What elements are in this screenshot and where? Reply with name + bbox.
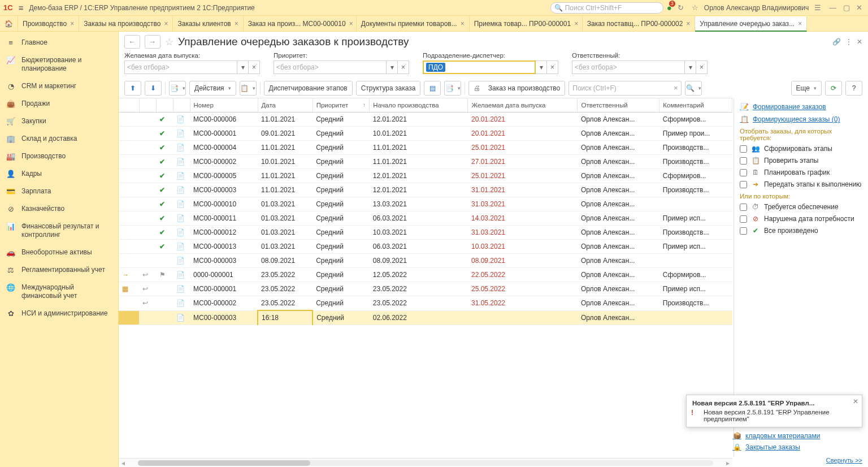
list-view-button[interactable]: ▤ (424, 81, 441, 96)
table-row[interactable]: ✔📄МС00-00000311.01.2021Средний12.01.2021… (119, 183, 732, 197)
sidebar-item-2[interactable]: ◔CRM и маркетинг (0, 77, 118, 95)
side-filter-item[interactable]: 🗓Планировать график (740, 168, 863, 176)
filter-due-date-input[interactable]: <без отбора> (124, 60, 237, 74)
sidebar-item-5[interactable]: 🏢Склад и доставка (0, 130, 118, 148)
side-filter-item[interactable]: ✔Все произведено (740, 227, 863, 235)
table-row[interactable]: ✔📄МС00-00000109.01.2021Средний10.01.2021… (119, 127, 732, 141)
filter-due-date-clear[interactable]: × (249, 60, 260, 74)
column-header-10[interactable]: Комментарий (659, 98, 732, 113)
user-menu-icon[interactable]: ☰ (812, 3, 823, 12)
filter-due-date-dropdown[interactable]: ▾ (237, 60, 249, 74)
sidebar-item-1[interactable]: 📈Бюджетирование и планирование (0, 51, 118, 77)
column-header-4[interactable]: Номер (190, 98, 258, 113)
table-row[interactable]: ✔📄МС00-00000411.01.2021Средний11.01.2021… (119, 141, 732, 155)
kebab-icon[interactable]: ⋮ (845, 38, 852, 46)
side-filter-checkbox[interactable] (740, 157, 747, 165)
find-button[interactable]: 🔍▾ (685, 81, 702, 96)
sidebar-item-3[interactable]: 👜Продажи (0, 95, 118, 113)
side-filter-checkbox[interactable] (740, 181, 747, 188)
side-filter-item[interactable]: 📋Проверить этапы (740, 157, 863, 165)
production-order-button[interactable]: 🖨 Заказ на производство (468, 81, 565, 96)
sidebar-item-7[interactable]: 👤Кадры (0, 165, 118, 183)
close-button[interactable]: ✕ (854, 3, 865, 12)
sidebar-item-11[interactable]: 🚗Внеоборотные активы (0, 244, 118, 261)
nav-forward-button[interactable]: → (145, 35, 160, 49)
favorites-icon[interactable]: ☆ (689, 3, 701, 12)
side-filter-checkbox[interactable] (740, 145, 747, 153)
tab-close-icon[interactable]: × (686, 20, 690, 28)
tab-close-icon[interactable]: × (349, 20, 353, 28)
side-filter-item[interactable]: ⏱Требуется обеспечение (740, 203, 863, 211)
bottom-link[interactable]: 📦кладовых материалами (732, 432, 863, 440)
global-search[interactable]: 🔍 Поиск Ctrl+Shift+F (550, 2, 663, 14)
bottom-link[interactable]: 🔒Закрытые заказы (732, 443, 863, 451)
tab-close-icon[interactable]: × (235, 20, 238, 28)
filter-priority-input[interactable]: <без отбора> (274, 60, 387, 74)
forming-orders-link[interactable]: 📋Формирующиеся заказы (0) (740, 115, 863, 123)
form-orders-link[interactable]: 📝Формирование заказов (740, 103, 863, 111)
minimize-button[interactable]: — (827, 3, 839, 12)
tab-close-icon[interactable]: × (461, 20, 465, 28)
table-row[interactable]: ✔📄МС00-00001001.03.2021Средний13.03.2021… (119, 197, 732, 211)
table-row[interactable]: ↩📄МС00-00000223.05.2022Средний23.05.2022… (119, 296, 732, 311)
column-header-7[interactable]: Начало производства (370, 98, 468, 113)
tab-5[interactable]: Приемка товар... ПР00-000001× (470, 16, 583, 31)
filter-department-input[interactable]: ПДО (423, 60, 536, 74)
tab-2[interactable]: Заказы клиентов× (173, 16, 243, 31)
tab-close-icon[interactable]: × (798, 20, 802, 28)
filter-responsible-input[interactable]: <без отбора> (572, 60, 685, 74)
column-header-3[interactable] (173, 98, 190, 113)
sidebar-item-14[interactable]: ✿НСИ и администрирование (0, 305, 118, 322)
notifications-icon[interactable]: ●3 (667, 3, 672, 12)
side-filter-item[interactable]: 👥Сформировать этапы (740, 145, 863, 153)
queue-button[interactable]: 📑▾ (169, 81, 186, 96)
table-row[interactable]: ✔📄МС00-00001201.03.2021Средний10.03.2021… (119, 226, 732, 240)
tab-6[interactable]: Заказ поставщ... ПР00-000002× (583, 16, 696, 31)
history-icon[interactable]: ↻ (675, 3, 686, 12)
filter-priority-dropdown[interactable]: ▾ (387, 60, 398, 74)
filter-responsible-dropdown[interactable]: ▾ (685, 60, 696, 74)
user-name[interactable]: Орлов Александр Владимирович (704, 4, 809, 12)
sidebar-item-9[interactable]: ⊘Казначейство (0, 200, 118, 218)
tab-7[interactable]: Управление очередью заказ...× (695, 16, 807, 32)
horizontal-scrollbar[interactable]: ◂▸ (119, 458, 732, 467)
table-row[interactable]: ✔📄МС00-00000511.01.2021Средний12.01.2021… (119, 169, 732, 183)
side-filter-checkbox[interactable] (740, 169, 747, 176)
table-row[interactable]: ✔📄МС00-00001301.03.2021Средний06.03.2021… (119, 240, 732, 254)
toolbar-search-clear[interactable]: × (674, 84, 678, 92)
filter-department-dropdown[interactable]: ▾ (536, 60, 547, 74)
favorite-star-icon[interactable]: ☆ (165, 36, 173, 48)
table-row[interactable]: →↩⚑📄0000-00000123.05.2022Средний12.05.20… (119, 268, 732, 282)
popup-close-icon[interactable]: ✕ (853, 397, 858, 405)
side-filter-checkbox[interactable] (740, 204, 747, 211)
filter-priority-clear[interactable]: × (398, 60, 409, 74)
sidebar-item-8[interactable]: 💳Зарплата (0, 183, 118, 200)
sidebar-item-6[interactable]: 🏭Производство (0, 148, 118, 165)
table-row[interactable]: ✔📄МС00-00000611.01.2021Средний12.01.2021… (119, 113, 732, 127)
copy-button[interactable]: 📑▾ (444, 81, 461, 96)
clipboard-button[interactable]: 📋▾ (240, 81, 257, 96)
hamburger-icon[interactable]: ≡ (16, 3, 26, 12)
table-row[interactable]: ✔📄МС00-00000210.01.2021Средний11.01.2021… (119, 155, 732, 169)
sidebar-item-12[interactable]: ⚖Регламентированный учет (0, 261, 118, 279)
collapse-link[interactable]: Свернуть >> (826, 457, 862, 464)
sidebar-item-13[interactable]: 🌐Международный финансовый учет (0, 279, 118, 305)
tab-close-icon[interactable]: × (574, 20, 578, 28)
column-header-2[interactable] (156, 98, 173, 113)
home-tab[interactable]: 🏠 (0, 16, 18, 31)
column-header-9[interactable]: Ответственный (578, 98, 659, 113)
side-filter-item[interactable]: ⊘Нарушена дата потребности (740, 215, 863, 223)
tab-close-icon[interactable]: × (164, 20, 168, 28)
move-up-button[interactable]: ⬆ (124, 81, 141, 96)
nav-back-button[interactable]: ← (124, 35, 140, 49)
table-row[interactable]: 📄МС00-00000308.09.2021Средний08.09.20210… (119, 254, 732, 268)
order-structure-button[interactable]: Структура заказа (356, 81, 421, 96)
column-header-0[interactable] (119, 98, 139, 113)
tab-close-icon[interactable]: × (70, 20, 74, 28)
side-filter-checkbox[interactable] (740, 215, 747, 223)
orders-table[interactable]: НомерДатаПриоритетНачало производстваЖел… (119, 98, 732, 325)
actions-button[interactable]: Действия▾ (189, 81, 236, 96)
help-button[interactable]: ? (845, 81, 862, 96)
table-row[interactable]: ▦↩📄МС00-00000123.05.2022Средний23.05.202… (119, 282, 732, 296)
refresh-button[interactable]: ⟳ (825, 81, 842, 96)
